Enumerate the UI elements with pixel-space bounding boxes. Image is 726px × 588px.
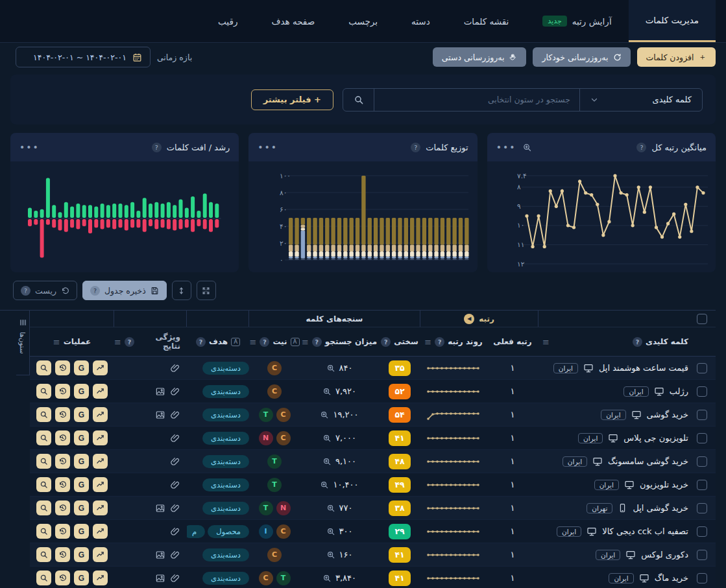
target-pill[interactable]: دسته‌بندی [202,385,249,398]
op-chart-button[interactable] [93,454,108,469]
op-google-button[interactable]: G [74,477,89,492]
keyword-text[interactable]: تلویزیون جی پلاس [623,433,688,443]
search-input[interactable] [374,89,579,111]
op-google-button[interactable]: G [74,430,89,445]
zoom-in-icon[interactable] [322,457,332,466]
column-menu-icon[interactable]: ≡ [250,337,257,347]
row-checkbox[interactable] [697,573,707,583]
op-chart-button[interactable] [93,384,108,399]
op-google-button[interactable]: G [74,524,89,539]
help-icon[interactable]: ? [152,143,162,152]
card-menu-icon[interactable]: ••• [19,142,40,152]
column-header-6[interactable]: Aهدف? [187,337,249,347]
date-range-picker[interactable]: ۱۴۰۴-۰۲-۰۱ ~ ۱۴۰۴-۰۲-۰۱ [16,47,151,67]
op-history-button[interactable] [55,407,70,422]
help-icon[interactable]: ? [636,143,646,152]
fullscreen-button[interactable] [197,281,216,300]
op-google-button[interactable]: G [74,454,89,469]
tab-3[interactable]: دسته [394,0,447,42]
zoom-in-icon[interactable] [322,434,332,443]
op-history-button[interactable] [55,454,70,469]
zoom-in-icon[interactable] [326,364,335,373]
zoom-in-icon[interactable] [320,410,329,419]
op-chart-button[interactable] [93,430,108,445]
column-menu-icon[interactable]: ≡ [424,337,431,347]
column-menu-icon[interactable]: ≡ [114,337,121,347]
column-header-3[interactable]: سختی? [379,337,420,347]
target-pill[interactable]: دسته‌بندی [202,432,249,445]
op-chart-button[interactable] [93,360,108,375]
op-history-button[interactable] [55,430,70,445]
tab-2[interactable]: نقشه کلمات [447,0,526,42]
op-history-button[interactable] [55,547,70,562]
op-chart-button[interactable] [93,477,108,492]
row-height-button[interactable] [172,281,191,300]
target-pill[interactable]: م [187,525,205,538]
target-pill[interactable]: دسته‌بندی [202,478,249,491]
keyword-text[interactable]: رژلب [670,386,688,396]
auto-update-button[interactable]: به‌روزرسانی خودکار [533,47,630,67]
row-checkbox[interactable] [697,456,707,467]
op-chart-button[interactable] [93,407,108,422]
op-google-button[interactable]: G [74,570,89,585]
zoom-in-icon[interactable] [326,527,335,536]
op-search-button[interactable] [36,500,51,515]
target-pill[interactable]: دسته‌بندی [202,362,249,375]
column-menu-icon[interactable]: ≡ [302,337,309,347]
op-google-button[interactable]: G [74,547,89,562]
op-chart-button[interactable] [93,570,108,585]
zoom-in-icon[interactable] [322,387,332,396]
keyword-text[interactable]: دکوری لوکس [641,550,688,559]
column-menu-icon[interactable]: ≡ [542,337,550,347]
tab-1[interactable]: آرایش رتبهجدید [526,0,628,42]
column-select[interactable]: کلمه کلیدی [580,89,702,111]
column-header-4[interactable]: میزان جستجو?≡ [300,337,379,347]
keyword-text[interactable]: خرید گوشی [647,410,688,419]
tab-6[interactable]: رقیب [201,0,254,42]
op-history-button[interactable] [55,570,70,585]
zoom-in-icon[interactable] [322,574,332,583]
op-history-button[interactable] [55,360,70,375]
op-search-button[interactable] [36,570,51,585]
help-icon[interactable]: ? [411,143,420,152]
row-checkbox[interactable] [697,550,707,560]
op-search-button[interactable] [36,524,51,539]
row-checkbox[interactable] [697,526,707,537]
keyword-text[interactable]: تصفیه اب cck دیجی کالا [602,526,688,536]
op-chart-button[interactable] [93,547,108,562]
zoom-in-icon[interactable] [522,143,532,152]
target-pill[interactable]: دسته‌بندی [202,408,249,421]
target-pill[interactable]: دسته‌بندی [202,548,249,561]
keyword-text[interactable]: خرید گوشی سامسونگ [608,456,688,466]
op-search-button[interactable] [36,477,51,492]
row-checkbox[interactable] [697,480,707,490]
zoom-in-icon[interactable] [326,550,335,559]
op-search-button[interactable] [36,360,51,375]
op-google-button[interactable]: G [74,407,89,422]
column-header-7[interactable]: ویژگی نتایج?≡ [114,333,187,351]
target-pill[interactable]: دسته‌بندی [202,572,249,585]
zoom-in-icon[interactable] [320,480,329,489]
keyword-text[interactable]: خرید تلویزیون [640,480,688,489]
target-pill[interactable]: محصول [208,525,249,538]
keyword-text[interactable]: خرید ماگ [655,573,688,583]
tab-4[interactable]: برچسب [332,0,394,42]
column-header-2[interactable]: روند رتبه?≡ [420,337,487,347]
op-chart-button[interactable] [93,524,108,539]
row-checkbox[interactable] [697,363,707,373]
op-history-button[interactable] [55,384,70,399]
zoom-in-icon[interactable] [326,504,335,513]
keyword-text[interactable]: قیمت ساعت هوشمند اپل [599,363,688,373]
row-checkbox[interactable] [697,433,707,443]
row-checkbox[interactable] [697,386,707,397]
card-menu-icon[interactable]: ••• [258,142,278,152]
op-google-button[interactable]: G [74,500,89,515]
search-button[interactable] [343,89,374,111]
group-header-rank[interactable]: رتبه◀ [420,311,538,327]
target-pill[interactable]: دسته‌بندی [202,502,249,515]
op-search-button[interactable] [36,547,51,562]
columns-side-tab[interactable]: ستون‌ها [16,311,30,375]
reset-table-button[interactable]: ریست ? [13,281,77,300]
op-history-button[interactable] [55,524,70,539]
op-search-button[interactable] [36,384,51,399]
